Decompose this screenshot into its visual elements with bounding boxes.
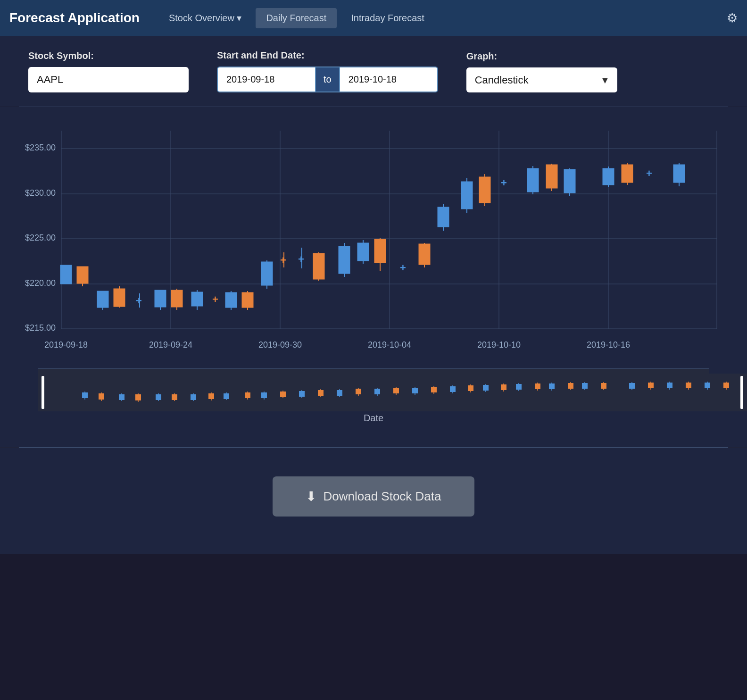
candlestick-chart: $215.00 $220.00 $225.00 $230.00 $235.00 …	[19, 121, 728, 367]
svg-rect-56	[357, 243, 369, 261]
end-date-input[interactable]	[339, 67, 438, 92]
download-button[interactable]: ⬇ Download Stock Data	[273, 476, 474, 517]
svg-rect-29	[97, 291, 108, 308]
date-range: to	[217, 67, 438, 92]
svg-rect-122	[99, 393, 104, 400]
svg-rect-65	[461, 182, 473, 209]
svg-rect-110	[516, 384, 522, 390]
svg-rect-54	[339, 246, 350, 274]
svg-rect-156	[723, 383, 729, 388]
svg-rect-92	[191, 394, 196, 400]
svg-rect-130	[245, 392, 250, 398]
svg-text:$215.00: $215.00	[25, 323, 56, 333]
svg-rect-100	[337, 390, 342, 396]
svg-rect-132	[280, 392, 286, 397]
svg-rect-63	[438, 207, 449, 227]
svg-rect-76	[603, 168, 614, 185]
nav-stock-overview[interactable]: Stock Overview ▾	[158, 8, 252, 28]
svg-rect-104	[412, 388, 418, 393]
nav-links: Stock Overview ▾ Daily Forecast Intraday…	[158, 8, 727, 28]
svg-rect-108	[483, 385, 489, 391]
symbol-control: Stock Symbol:	[28, 50, 189, 92]
svg-text:+: +	[298, 253, 304, 265]
settings-icon[interactable]: ⚙	[727, 11, 738, 25]
svg-rect-126	[172, 394, 177, 400]
svg-text:2019-09-30: 2019-09-30	[258, 340, 302, 350]
svg-rect-42	[225, 292, 237, 308]
svg-rect-78	[622, 165, 633, 183]
chart-container: $215.00 $220.00 $225.00 $230.00 $235.00 …	[0, 107, 747, 447]
svg-rect-35	[155, 290, 166, 307]
graph-label: Graph:	[466, 51, 617, 62]
svg-rect-134	[318, 390, 324, 396]
svg-rect-31	[114, 289, 125, 307]
date-to-label: to	[316, 67, 339, 92]
svg-rect-106	[450, 386, 456, 392]
svg-rect-84	[740, 376, 743, 409]
svg-text:2019-10-04: 2019-10-04	[368, 340, 411, 350]
chart-svg-wrapper: $215.00 $220.00 $225.00 $230.00 $235.00 …	[19, 121, 728, 368]
svg-text:$220.00: $220.00	[25, 278, 56, 288]
svg-text:$225.00: $225.00	[25, 233, 56, 242]
svg-rect-142	[468, 385, 473, 391]
svg-rect-72	[546, 165, 557, 188]
svg-rect-152	[648, 383, 654, 388]
svg-rect-112	[549, 383, 555, 389]
svg-text:$235.00: $235.00	[25, 143, 56, 152]
svg-rect-25	[60, 265, 72, 284]
page-footer: ⬇ Download Stock Data	[0, 448, 747, 554]
svg-rect-154	[686, 383, 691, 388]
svg-rect-124	[135, 394, 141, 400]
range-selector-chart	[38, 374, 747, 411]
svg-text:+: +	[280, 254, 286, 266]
svg-text:+: +	[136, 295, 142, 307]
svg-rect-39	[191, 292, 203, 306]
svg-rect-144	[501, 384, 506, 390]
svg-text:2019-09-24: 2019-09-24	[149, 340, 192, 350]
svg-rect-86	[82, 392, 88, 398]
svg-rect-83	[42, 376, 44, 409]
nav-daily-forecast[interactable]: Daily Forecast	[256, 8, 337, 28]
svg-text:+: +	[501, 177, 507, 189]
svg-rect-148	[568, 383, 573, 389]
svg-rect-136	[356, 389, 361, 394]
svg-text:$230.00: $230.00	[25, 188, 56, 198]
date-label: Start and End Date:	[217, 50, 438, 61]
download-label: Download Stock Data	[323, 489, 441, 504]
nav-intraday-forecast[interactable]: Intraday Forecast	[340, 8, 435, 28]
svg-text:+: +	[212, 293, 218, 305]
svg-rect-118	[667, 383, 672, 388]
svg-rect-90	[156, 394, 161, 400]
svg-rect-116	[629, 383, 635, 389]
svg-rect-37	[171, 290, 183, 307]
svg-rect-140	[431, 387, 437, 392]
svg-rect-67	[479, 177, 490, 203]
svg-rect-70	[527, 168, 539, 192]
svg-rect-128	[208, 393, 214, 399]
svg-rect-120	[705, 383, 710, 388]
svg-rect-114	[582, 383, 588, 389]
graph-select[interactable]: Candlestick Line Bar OHLC	[466, 67, 617, 92]
download-icon: ⬇	[306, 489, 316, 504]
navbar: Forecast Application Stock Overview ▾ Da…	[0, 0, 747, 36]
svg-rect-94	[224, 393, 229, 399]
app-brand: Forecast Application	[9, 10, 140, 25]
symbol-input[interactable]	[28, 67, 189, 92]
svg-rect-88	[119, 394, 124, 400]
svg-rect-96	[261, 392, 267, 398]
graph-control: Graph: Candlestick Line Bar OHLC ▼	[466, 51, 617, 92]
svg-rect-102	[374, 389, 380, 394]
svg-rect-138	[393, 388, 399, 393]
date-control: Start and End Date: to	[217, 50, 438, 92]
controls-bar: Stock Symbol: Start and End Date: to Gra…	[0, 36, 747, 107]
start-date-input[interactable]	[217, 67, 316, 92]
svg-rect-81	[673, 165, 685, 183]
range-selector[interactable]	[38, 368, 709, 406]
graph-select-wrapper: Candlestick Line Bar OHLC ▼	[466, 67, 617, 92]
svg-text:+: +	[646, 167, 652, 179]
svg-rect-61	[419, 244, 430, 265]
svg-rect-98	[299, 391, 305, 397]
svg-rect-46	[261, 262, 273, 285]
svg-text:2019-09-18: 2019-09-18	[44, 340, 88, 350]
svg-rect-27	[77, 267, 88, 283]
